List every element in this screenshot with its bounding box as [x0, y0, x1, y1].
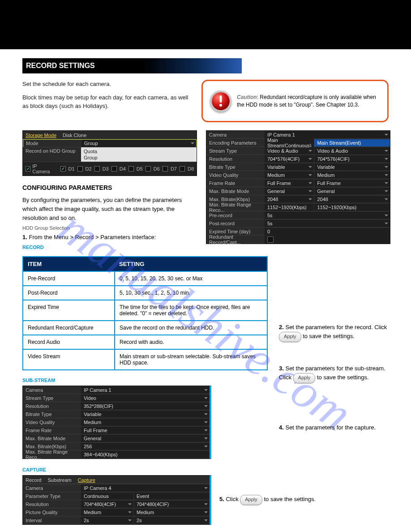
rp-val-continuous[interactable]: 704*576(4CIF): [265, 155, 314, 163]
record-row: Max. Bitrate Mode General General: [206, 187, 390, 195]
cap-val-event[interactable]: 704*480(4CIF): [133, 501, 210, 508]
rps-value[interactable]: 5s: [265, 212, 390, 219]
rp-val-event[interactable]: Full Frame: [314, 180, 390, 187]
table-item: Expired Time: [23, 300, 115, 321]
record-group-row: Record on HDD Group Quota Group: [23, 147, 197, 162]
capture-row: Picture Quality Medium Medium: [23, 508, 210, 516]
rp-val-continuous[interactable]: General: [265, 188, 314, 195]
record-single-row: Redundant Record/Capt...: [206, 236, 390, 244]
mode-dropdown[interactable]: Quota Group: [81, 147, 197, 162]
rp-val-event[interactable]: Variable: [314, 163, 390, 171]
ss-value[interactable]: 256: [81, 443, 210, 450]
rp-val-event[interactable]: 2048: [314, 196, 390, 203]
tab-substream[interactable]: Substream: [47, 477, 71, 483]
step-5-tail: to save the settings.: [264, 496, 316, 502]
ss-label: Resolution: [23, 403, 81, 410]
record-row: Encoding Parameters Main Stream(Continuo…: [206, 139, 390, 147]
right-steps: 2. Set the parameters for the record. Cl…: [279, 321, 395, 438]
ss-value[interactable]: Variable: [81, 411, 210, 418]
ch-d7[interactable]: [163, 166, 168, 172]
record-group-label: Record on HDD Group: [23, 147, 81, 154]
ch-d8[interactable]: [180, 166, 185, 172]
table-setting: 5, 10, 30 sec., 1, 2, 5, 10 min.: [115, 286, 267, 300]
table-setting: Save the record on the redundant HDD.: [115, 321, 267, 335]
th-item: ITEM: [23, 257, 115, 271]
storage-mode-panel: Storage Mode Disk Clone Mode Group Recor…: [22, 130, 197, 176]
cap-value[interactable]: IP Camera 4: [81, 485, 210, 492]
ss-value[interactable]: General: [81, 435, 210, 442]
rp-val-event[interactable]: Medium: [314, 172, 390, 179]
cap-label: Interval: [23, 517, 81, 524]
svg-point-3: [219, 104, 222, 107]
cap-val-cont[interactable]: Medium: [81, 509, 133, 516]
config-params-heading: CONFIGURING PARAMETERS: [22, 184, 197, 191]
mode-select[interactable]: Group: [81, 140, 196, 147]
ch-d2[interactable]: [77, 166, 83, 172]
rp-val-continuous: 1152~1920(Kbps): [265, 204, 314, 211]
rp-val-continuous[interactable]: 2048: [265, 196, 314, 203]
tab-record[interactable]: Record: [26, 477, 41, 483]
redundant-checkbox[interactable]: [267, 236, 274, 243]
ch-d5-label: D5: [137, 166, 143, 172]
substream-row: Stream TypeVideo: [23, 394, 210, 402]
apply-button-5[interactable]: Apply: [240, 495, 262, 505]
camera-label: Camera: [206, 131, 265, 138]
mode-option-quota[interactable]: Quota: [84, 148, 194, 154]
ss-value[interactable]: Video: [81, 395, 210, 402]
table-setting: Record with audio.: [115, 335, 267, 349]
cap-val-cont[interactable]: 2s: [81, 517, 133, 524]
tab-disk-clone[interactable]: Disk Clone: [63, 133, 86, 138]
table-item: Pre-Record: [23, 271, 115, 286]
rp-label: Max. Bitrate Mode: [206, 188, 265, 195]
table-setting: The time for the files to be kept. Once …: [115, 300, 267, 321]
rp-val-continuous[interactable]: Video & Audio: [265, 147, 314, 154]
table-row: Post-Record5, 10, 30 sec., 1, 2, 5, 10 m…: [23, 286, 267, 300]
svg-rect-2: [220, 95, 222, 103]
rp-val-continuous[interactable]: Variable: [265, 163, 314, 171]
record-single-row: Post-record5s: [206, 219, 390, 227]
storage-tabs: Storage Mode Disk Clone: [23, 131, 197, 139]
ch-d6[interactable]: [146, 166, 151, 172]
capture-panel: Record Substream Capture CameraIP Camera…: [22, 475, 211, 525]
ss-value[interactable]: 352*288(CIF): [81, 403, 210, 410]
tab-storage-mode[interactable]: Storage Mode: [26, 133, 56, 138]
ip-camera-label: IP Camera: [32, 163, 54, 174]
capture-row: Parameter Type Continuous Event: [23, 492, 210, 500]
rp-val-event[interactable]: General: [314, 188, 390, 195]
apply-button-3[interactable]: Apply: [293, 373, 316, 383]
rp-val-continuous[interactable]: Full Frame: [265, 180, 314, 187]
mode-option-group[interactable]: Group: [84, 154, 194, 161]
ch-d3[interactable]: [94, 166, 100, 172]
rp-label: Frame Rate: [206, 180, 265, 187]
ss-value[interactable]: Full Frame: [81, 427, 210, 434]
record-row: Max. Bitrate Range Reco... 1152~1920(Kbp…: [206, 203, 390, 211]
rp-val-continuous[interactable]: Medium: [265, 172, 314, 179]
ip-camera-checkbox[interactable]: [26, 166, 30, 172]
apply-button-2[interactable]: Apply: [279, 332, 301, 342]
substream-row: Video QualityMedium: [23, 418, 210, 426]
ch-d1[interactable]: [60, 166, 66, 172]
step-1: 1. From the Menu > Record > Parameters i…: [22, 233, 197, 242]
cap-val-event[interactable]: 2s: [133, 517, 210, 524]
ch-d3-label: D3: [103, 166, 109, 172]
th-setting: SETTING: [115, 257, 267, 271]
substream-row: Resolution352*288(CIF): [23, 402, 210, 410]
cap-val-cont[interactable]: 704*480(4CIF): [81, 501, 133, 508]
cap-val-cont: Continuous: [81, 493, 133, 500]
rp-val-event[interactable]: Video & Audio: [314, 147, 390, 154]
cap-val-event[interactable]: Medium: [133, 509, 210, 516]
cap-label: Resolution: [23, 501, 81, 508]
ss-value[interactable]: IP Camera 1: [81, 386, 210, 394]
ss-label: Bitrate Type: [23, 411, 81, 418]
table-item: Post-Record: [23, 286, 115, 300]
record-row: Video Quality Medium Medium: [206, 171, 390, 179]
ch-d5[interactable]: [128, 166, 134, 172]
rps-label: Pre-record: [206, 212, 265, 219]
cap-label: Parameter Type: [23, 493, 81, 500]
rp-val-event[interactable]: 704*576(4CIF): [314, 155, 390, 163]
rps-value[interactable]: 5s: [265, 220, 390, 227]
ss-value[interactable]: Medium: [81, 419, 210, 426]
ch-d4[interactable]: [111, 166, 117, 172]
step-5: 5. Click Apply to save the settings.: [219, 495, 316, 505]
tab-capture[interactable]: Capture: [78, 477, 95, 483]
